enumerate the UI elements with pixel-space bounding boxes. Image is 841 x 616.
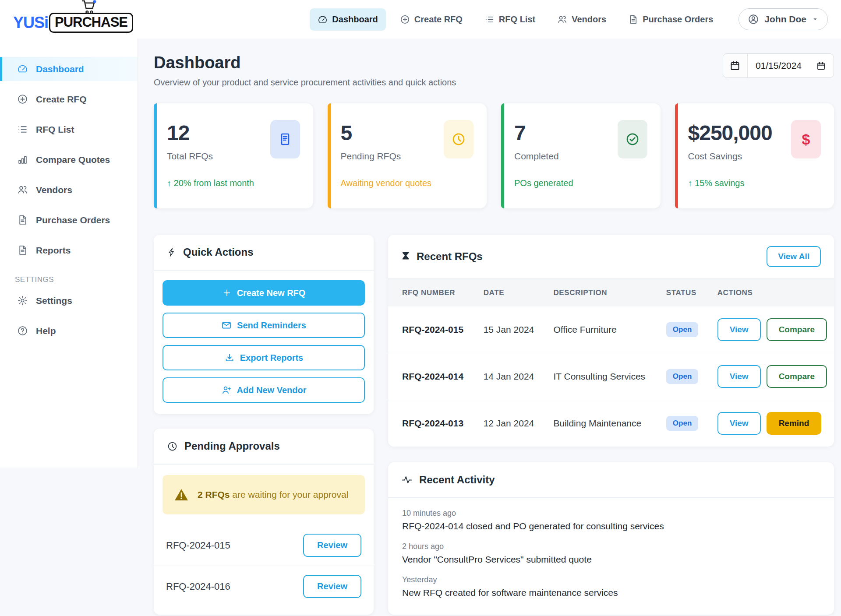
create-new-rfq-button[interactable]: Create New RFQ: [163, 280, 365, 306]
button-label: Export Reports: [240, 353, 303, 363]
topnav-label: Vendors: [572, 14, 606, 25]
sidebar-item-label: Create RFQ: [36, 94, 87, 105]
check-circle-icon: [618, 120, 647, 158]
warning-icon: [174, 488, 189, 501]
sidebar-item-label: Dashboard: [36, 64, 84, 74]
sidebar-item-purchase-orders[interactable]: Purchase Orders: [0, 208, 138, 232]
stat-card-completed: 7 Completed POs generated: [501, 103, 661, 208]
view-button[interactable]: View: [717, 412, 761, 435]
topnav-item-dashboard[interactable]: Dashboard: [310, 8, 385, 31]
review-button[interactable]: Review: [303, 534, 361, 557]
page-subtitle: Overview of your product and service pro…: [154, 77, 456, 88]
view-button[interactable]: View: [717, 318, 761, 341]
sidebar-item-rfq-list[interactable]: RFQ List: [0, 117, 138, 141]
topnav-label: Purchase Orders: [643, 14, 713, 25]
sidebar-item-reports[interactable]: Reports: [0, 238, 138, 262]
approval-row: RFQ-2024-015 Review: [154, 525, 374, 566]
button-label: Add New Vendor: [237, 385, 307, 395]
activity-item: 10 minutes ago RFQ-2024-014 closed and P…: [402, 509, 820, 532]
view-button[interactable]: View: [717, 365, 761, 388]
dollar-icon: $: [791, 120, 821, 158]
rfq-description: Office Furniture: [546, 306, 659, 353]
recent-rfqs-table: RFQ Number Date Description Status Actio…: [388, 279, 834, 447]
status-badge: Open: [666, 416, 698, 431]
plus-circle-icon: [17, 94, 28, 105]
activity-text: RFQ-2024-014 closed and PO generated for…: [402, 521, 820, 532]
remind-button[interactable]: Remind: [767, 412, 822, 435]
people-icon: [17, 184, 28, 195]
sidebar-item-help[interactable]: Help: [0, 319, 138, 343]
rfq-date: 15 Jan 2024: [477, 306, 547, 353]
panel-title: Quick Actions: [183, 246, 253, 258]
topnav-label: Create RFQ: [414, 14, 463, 25]
rfq-number: RFQ-2024-014: [388, 353, 477, 400]
stat-cards: 12 Total RFQs ↑ 20% from last month 5 Pe…: [154, 103, 834, 208]
envelope-icon: [221, 320, 232, 331]
activity-item: 2 hours ago Vendor "ConsultPro Services"…: [402, 542, 820, 565]
rfq-description: IT Consulting Services: [546, 353, 659, 400]
brand-name-right: PURCHASE: [49, 13, 133, 33]
list-icon: [17, 124, 28, 135]
document-icon: [270, 120, 300, 158]
recent-activity-panel: Recent Activity 10 minutes ago RFQ-2024-…: [388, 462, 834, 615]
sidebar-item-label: Help: [36, 326, 56, 336]
column-header: Actions: [710, 279, 834, 306]
alert-count: 2 RFQs: [198, 489, 230, 500]
rfq-number: RFQ-2024-015: [388, 306, 477, 353]
activity-time: Yesterday: [402, 575, 820, 584]
sidebar-item-compare-quotes[interactable]: Compare Quotes: [0, 148, 138, 172]
plus-icon: [222, 288, 232, 298]
topnav-label: Dashboard: [332, 14, 378, 25]
top-navigation: Dashboard Create RFQ RFQ List: [310, 8, 721, 31]
column-header: RFQ Number: [388, 279, 477, 306]
stat-card-pending-rfqs: 5 Pending RFQs Awaiting vendor quotes: [328, 103, 487, 208]
download-icon: [224, 352, 235, 363]
activity-item: Yesterday New RFQ created for software m…: [402, 575, 820, 598]
help-icon: [17, 325, 28, 336]
approval-row: RFQ-2024-016 Review: [154, 566, 374, 607]
sidebar-item-vendors[interactable]: Vendors: [0, 178, 138, 202]
plus-circle-icon: [400, 14, 410, 25]
compare-button[interactable]: Compare: [767, 365, 827, 388]
sidebar-item-create-rfq[interactable]: Create RFQ: [0, 87, 138, 111]
date-picker[interactable]: 01/15/2024: [723, 53, 834, 78]
stat-note: ↑ 15% savings: [688, 178, 821, 188]
bar-chart-icon: [17, 154, 28, 165]
sidebar-item-label: RFQ List: [36, 124, 74, 135]
button-label: Send Reminders: [237, 320, 306, 331]
clock-icon: [444, 120, 474, 158]
approval-rfq-number: RFQ-2024-016: [166, 581, 230, 592]
document-icon: [628, 14, 638, 25]
topnav-item-vendors[interactable]: Vendors: [549, 8, 614, 31]
compare-button[interactable]: Compare: [767, 318, 827, 341]
cart-icon: [80, 0, 97, 14]
people-icon: [557, 14, 567, 25]
sidebar-item-label: Reports: [36, 245, 71, 256]
review-button[interactable]: Review: [303, 575, 361, 598]
topnav-item-purchase-orders[interactable]: Purchase Orders: [620, 8, 721, 31]
view-all-button[interactable]: View All: [767, 246, 821, 267]
send-reminders-button[interactable]: Send Reminders: [163, 313, 365, 338]
sidebar: Dashboard Create RFQ RFQ List: [0, 39, 138, 468]
brand-logo[interactable]: YUSi PURCHASE: [13, 13, 133, 33]
topnav-item-rfq-list[interactable]: RFQ List: [477, 8, 543, 31]
user-menu[interactable]: John Doe: [739, 8, 828, 30]
sidebar-item-settings[interactable]: Settings: [0, 289, 138, 313]
calendar-icon[interactable]: [816, 61, 826, 70]
add-new-vendor-button[interactable]: Add New Vendor: [163, 377, 365, 403]
calendar-icon: [723, 54, 748, 77]
topnav-item-create-rfq[interactable]: Create RFQ: [392, 8, 470, 31]
table-row: RFQ-2024-014 14 Jan 2024 IT Consulting S…: [388, 353, 834, 400]
column-header: Status: [659, 279, 710, 306]
date-input-value[interactable]: 01/15/2024: [756, 60, 802, 71]
sidebar-item-dashboard[interactable]: Dashboard: [0, 57, 138, 81]
export-reports-button[interactable]: Export Reports: [163, 345, 365, 370]
rfq-description: Building Maintenance: [546, 400, 659, 447]
pulse-icon: [401, 474, 413, 486]
recent-rfqs-panel: Recent RFQs View All RFQ Number Date Des…: [388, 235, 834, 447]
clock-icon: [167, 441, 178, 452]
stat-note: ↑ 20% from last month: [167, 178, 300, 188]
sidebar-item-label: Settings: [36, 296, 72, 306]
list-icon: [484, 14, 495, 25]
panel-title: Pending Approvals: [184, 440, 280, 452]
